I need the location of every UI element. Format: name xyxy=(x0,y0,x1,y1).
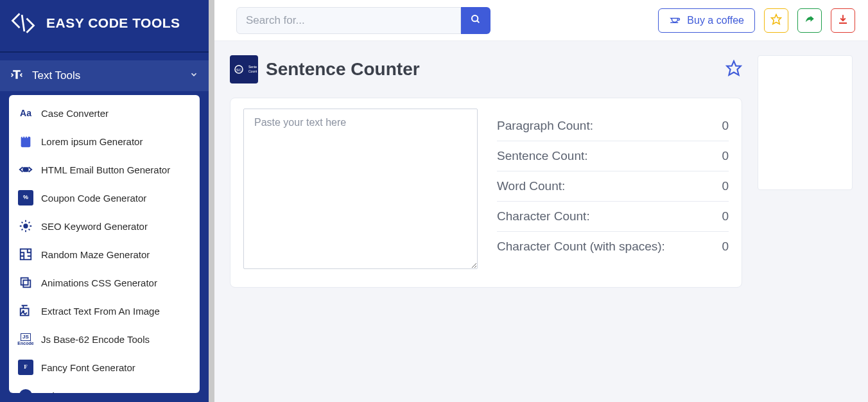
stat-label: Character Count (with spaces): xyxy=(497,240,665,254)
sidebar-submenu: Aa Case Converter Lorem ipsum Generator … xyxy=(9,95,200,393)
stat-row-char-spaces: Character Count (with spaces): 0 xyxy=(497,232,729,261)
coffee-icon xyxy=(669,13,681,28)
text-tools-icon xyxy=(10,68,23,83)
topbar: Buy a coffee xyxy=(214,0,868,41)
svg-point-6 xyxy=(23,223,28,228)
sidebar: EASY CODE TOOLS Text Tools Aa Case Conve… xyxy=(0,0,209,402)
sidebar-item-label: SEO Keyword Generator xyxy=(41,221,148,232)
svg-rect-9 xyxy=(21,278,28,285)
download-button[interactable] xyxy=(831,8,855,33)
gear-icon xyxy=(18,218,33,234)
sidebar-item-label: Js Base-62 Encode Tools xyxy=(41,334,150,345)
sidebar-item-label: Lorem ipsum Generator xyxy=(41,136,143,147)
sidebar-item-html-email-button[interactable]: HTML Email Button Generator xyxy=(9,155,200,184)
stat-row-paragraph: Paragraph Count: 0 xyxy=(497,111,729,141)
stats-panel: Paragraph Count: 0 Sentence Count: 0 Wor… xyxy=(497,111,729,269)
sidebar-item-label: Case Converter xyxy=(41,108,108,119)
stat-value: 0 xyxy=(722,240,729,254)
brand[interactable]: EASY CODE TOOLS xyxy=(0,0,209,53)
logo-icon xyxy=(9,9,37,37)
svg-rect-3 xyxy=(24,135,26,138)
svg-line-0 xyxy=(22,15,24,31)
tool-card: Paragraph Count: 0 Sentence Count: 0 Wor… xyxy=(230,98,742,288)
svg-rect-5 xyxy=(23,168,28,171)
sidebar-item-label: Random Maze Generator xyxy=(41,249,150,260)
coupon-icon: % xyxy=(18,190,33,205)
text-input[interactable] xyxy=(243,109,478,269)
stat-label: Sentence Count: xyxy=(497,149,588,163)
image-text-icon xyxy=(18,303,33,319)
notepad-icon xyxy=(18,134,33,149)
sidebar-item-random-maze[interactable]: Random Maze Generator xyxy=(9,240,200,268)
svg-rect-16 xyxy=(671,22,679,23)
sidebar-item-seo-keyword[interactable]: SEO Keyword Generator xyxy=(9,212,200,240)
svg-rect-1 xyxy=(21,137,31,148)
js-encode-icon: JS Encode xyxy=(18,331,33,347)
zalgo-icon: Z xyxy=(18,388,33,393)
svg-rect-2 xyxy=(22,135,24,138)
sidebar-item-lorem-ipsum[interactable]: Lorem ipsum Generator xyxy=(9,127,200,155)
brand-title: EASY CODE TOOLS xyxy=(46,15,180,31)
stat-label: Character Count: xyxy=(497,209,590,223)
download-icon xyxy=(837,13,849,28)
copy-icon xyxy=(18,275,33,290)
sidebar-item-zalgo-text[interactable]: Z Zalgo Text Generator xyxy=(9,381,200,393)
svg-line-15 xyxy=(477,21,479,22)
sidebar-item-label: Animations CSS Generator xyxy=(41,277,157,288)
svg-text:Sentence: Sentence xyxy=(248,65,257,69)
star-icon xyxy=(770,13,782,28)
stat-row-word: Word Count: 0 xyxy=(497,171,729,202)
sidebar-item-case-converter[interactable]: Aa Case Converter xyxy=(9,99,200,127)
svg-text:Z: Z xyxy=(23,392,28,393)
favorite-button[interactable] xyxy=(764,8,788,33)
svg-rect-8 xyxy=(23,280,30,287)
sidebar-category-text-tools[interactable]: Text Tools xyxy=(0,60,209,91)
maze-icon xyxy=(18,247,33,262)
share-button[interactable] xyxy=(797,8,822,33)
email-button-icon xyxy=(18,162,33,177)
sidebar-item-animations-css[interactable]: Animations CSS Generator xyxy=(9,268,200,297)
sidebar-item-label: Fancy Font Generator xyxy=(41,362,135,373)
sidebar-item-coupon-code[interactable]: % Coupon Code Generator xyxy=(9,184,200,212)
stat-row-char: Character Count: 0 xyxy=(497,202,729,232)
buy-coffee-button[interactable]: Buy a coffee xyxy=(658,8,755,33)
sidebar-item-extract-text-image[interactable]: Extract Text From An Image xyxy=(9,297,200,325)
stat-label: Paragraph Count: xyxy=(497,119,593,133)
stat-value: 0 xyxy=(722,149,729,163)
stat-value: 0 xyxy=(722,119,729,133)
sidebar-item-label: Zalgo Text Generator xyxy=(41,390,132,394)
svg-rect-7 xyxy=(21,249,31,260)
page-title: Sentence Counter xyxy=(266,59,718,80)
stat-label: Word Count: xyxy=(497,179,565,193)
sidebar-category-label: Text Tools xyxy=(32,69,180,82)
buy-coffee-label: Buy a coffee xyxy=(687,15,744,26)
svg-point-14 xyxy=(472,15,478,21)
svg-text:Counter: Counter xyxy=(248,69,257,73)
sidebar-item-js-base62[interactable]: JS Encode Js Base-62 Encode Tools xyxy=(9,325,200,353)
case-converter-icon: Aa xyxy=(18,105,33,121)
main: Buy a coffee S xyxy=(214,0,868,402)
page-favorite-toggle[interactable] xyxy=(725,60,742,79)
fancy-font-icon: F xyxy=(18,360,33,375)
sidebar-item-label: Extract Text From An Image xyxy=(41,306,160,317)
sidebar-item-label: HTML Email Button Generator xyxy=(41,164,170,175)
stat-row-sentence: Sentence Count: 0 xyxy=(497,141,729,171)
right-sidebar-box xyxy=(758,55,853,190)
search-button[interactable] xyxy=(461,7,490,34)
stat-value: 0 xyxy=(722,179,729,193)
stat-value: 0 xyxy=(722,209,729,223)
search-input[interactable] xyxy=(236,7,461,34)
sidebar-scrollbar[interactable] xyxy=(209,0,214,402)
sidebar-item-fancy-font[interactable]: F Fancy Font Generator xyxy=(9,353,200,381)
svg-text:SC: SC xyxy=(236,68,242,72)
svg-marker-22 xyxy=(727,61,741,75)
tool-badge-icon: SCSentenceCounter xyxy=(230,55,258,83)
chevron-down-icon xyxy=(189,70,198,82)
svg-rect-4 xyxy=(27,135,28,138)
svg-marker-17 xyxy=(772,14,781,24)
sidebar-item-label: Coupon Code Generator xyxy=(41,193,146,204)
search-icon xyxy=(471,14,481,26)
share-icon xyxy=(804,13,815,28)
